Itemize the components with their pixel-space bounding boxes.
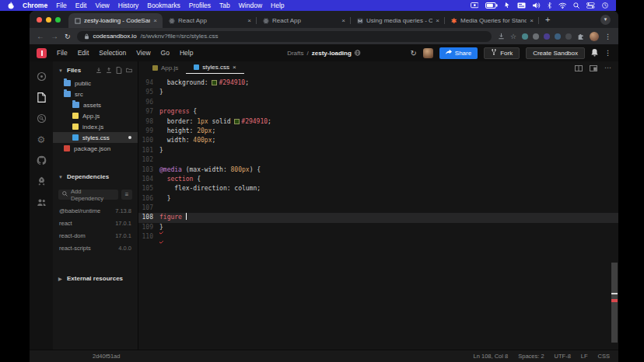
bookmark-star-icon[interactable]: ☆ [510, 33, 516, 40]
extension-dot-teal[interactable] [522, 33, 528, 40]
tab-close-icon[interactable]: × [153, 18, 157, 24]
search-icon[interactable] [37, 113, 47, 124]
files-section-header[interactable]: ▼ Files [53, 61, 138, 78]
status-item[interactable]: Ln 108, Col 8 [474, 353, 509, 360]
bluetooth-icon[interactable] [548, 2, 551, 9]
github-icon[interactable] [37, 155, 47, 165]
menu-edit[interactable]: Edit [78, 49, 89, 57]
new-tab-button[interactable]: + [545, 16, 550, 23]
extension-dot-react[interactable] [555, 33, 561, 40]
file-tree-item-index.js[interactable]: index.js [53, 121, 138, 132]
breadcrumb[interactable]: Drafts / zesty-loading [287, 50, 361, 57]
clock-icon[interactable] [602, 2, 608, 9]
control-center-icon[interactable] [586, 2, 595, 9]
macos-menu-item-profiles[interactable]: Profiles [189, 2, 211, 9]
tab-search-button[interactable]: ▼ [600, 15, 611, 25]
external-resources-header[interactable]: ▶ External resources [53, 270, 138, 286]
tab-close-icon[interactable]: × [530, 18, 534, 24]
split-editor-icon[interactable] [575, 61, 583, 75]
more-options-icon[interactable]: ⋮ [604, 49, 611, 57]
address-bar[interactable]: codesandbox.io/s/wvknv?file=/src/styles.… [77, 31, 492, 42]
code-line[interactable]: 96 [138, 98, 618, 107]
export-zip-icon[interactable] [96, 67, 102, 74]
extension-dot-purple[interactable] [544, 33, 550, 40]
browser-tab[interactable]: zesty-loading - CodeSandbox× [68, 13, 163, 28]
code-line[interactable]: 106 } [138, 194, 618, 204]
macos-menu-item-file[interactable]: File [56, 2, 67, 9]
tab-close-icon[interactable]: × [341, 18, 345, 24]
file-tree-item-styles.css[interactable]: styles.css [53, 132, 138, 143]
extension-dot-dim[interactable] [565, 33, 572, 40]
code-line[interactable]: 105 flex-direction: column; [138, 184, 618, 193]
dependency-row[interactable]: @babel/runtime7.13.8 [53, 204, 138, 217]
puzzle-extensions-icon[interactable] [577, 33, 584, 40]
color-swatch[interactable] [212, 80, 217, 85]
browser-menu-icon[interactable]: ⋮ [604, 33, 611, 40]
editor-scrollbar[interactable] [611, 263, 618, 343]
configuration-gear-icon[interactable]: ⚙ [37, 134, 47, 144]
code-line[interactable]: 100 width: 400px; [138, 136, 618, 145]
code-line[interactable]: 110 [138, 232, 618, 242]
close-window-button[interactable] [37, 17, 42, 23]
spotlight-icon[interactable] [573, 2, 579, 9]
deployment-rocket-icon[interactable] [37, 176, 47, 186]
save-offline-icon[interactable] [498, 33, 505, 40]
status-item[interactable]: CSS [598, 353, 610, 360]
new-folder-icon[interactable] [126, 67, 132, 74]
code-line[interactable]: 103@media (max-width: 800px) { [138, 165, 618, 175]
macos-menu-item-history[interactable]: History [118, 2, 138, 9]
notifications-bell-icon[interactable] [591, 49, 598, 57]
browser-tab[interactable]: React App× [163, 13, 257, 28]
color-swatch[interactable] [234, 119, 240, 124]
macos-menu-item-view[interactable]: View [95, 2, 109, 9]
dependencies-section-header[interactable]: ▼ Dependencies [53, 168, 138, 184]
dependency-row[interactable]: react-dom17.0.1 [53, 229, 138, 242]
browser-tab[interactable]: Using media queries - CSS: C× [351, 13, 445, 28]
editor-tab-close-icon[interactable]: × [233, 64, 236, 71]
file-tree-item-App.js[interactable]: App.js [53, 110, 138, 121]
extension-dot-gray[interactable] [533, 33, 539, 40]
code-line[interactable]: 94 background: #294910; [138, 78, 618, 88]
user-avatar[interactable] [423, 48, 433, 58]
file-explorer-icon[interactable] [37, 92, 47, 103]
status-item[interactable]: Spaces: 2 [518, 353, 544, 360]
menu-go[interactable]: Go [161, 49, 170, 57]
code-line[interactable]: 108figure [138, 213, 618, 222]
tab-close-icon[interactable]: × [247, 18, 251, 24]
code-line[interactable]: 99 height: 20px; [138, 127, 618, 136]
upload-icon[interactable] [106, 67, 112, 74]
code-line[interactable]: 98 border: 1px solid #294910; [138, 117, 618, 127]
commit-hash[interactable]: 2d40f51ad [93, 353, 120, 360]
forward-button[interactable]: → [51, 33, 58, 40]
macos-menu-item-bookmarks[interactable]: Bookmarks [147, 2, 180, 9]
fork-button[interactable]: Fork [484, 47, 520, 59]
screen-mirroring-icon[interactable] [471, 2, 479, 9]
refresh-icon[interactable]: ↻ [410, 49, 416, 57]
code-line[interactable]: 109} [138, 223, 618, 232]
zoom-window-button[interactable] [55, 17, 61, 23]
wifi-icon[interactable] [558, 2, 567, 9]
sandbox-title[interactable]: zesty-loading [312, 50, 352, 57]
dependency-list-toggle-icon[interactable]: ≡ [121, 190, 132, 200]
file-tree-item-src[interactable]: src [53, 89, 138, 99]
new-file-icon[interactable] [116, 67, 122, 74]
browser-profile-avatar[interactable] [590, 32, 599, 41]
macos-menu-item-window[interactable]: Window [239, 2, 262, 9]
macos-menu-item-help[interactable]: Help [271, 2, 284, 9]
status-item[interactable]: UTF-8 [555, 353, 571, 360]
status-item[interactable]: LF [581, 353, 588, 360]
codesandbox-logo[interactable] [37, 48, 47, 58]
back-button[interactable]: ← [37, 33, 44, 40]
code-area[interactable]: 94 background: #294910;95}9697progress {… [138, 74, 618, 350]
dependency-row[interactable]: react17.0.1 [53, 217, 138, 229]
create-sandbox-button[interactable]: Create Sandbox [526, 47, 585, 59]
reload-button[interactable]: ↻ [65, 33, 71, 40]
editor-tab-App.js[interactable]: App.js [145, 61, 186, 74]
share-button[interactable]: Share [439, 47, 478, 59]
code-line[interactable]: 101} [138, 146, 618, 155]
macos-menu-item-tab[interactable]: Tab [219, 2, 230, 9]
add-dependency-input[interactable]: Add Dependency [58, 190, 118, 200]
battery-icon[interactable] [485, 2, 498, 9]
menu-selection[interactable]: Selection [99, 49, 126, 57]
cursor-icon[interactable] [505, 2, 509, 9]
